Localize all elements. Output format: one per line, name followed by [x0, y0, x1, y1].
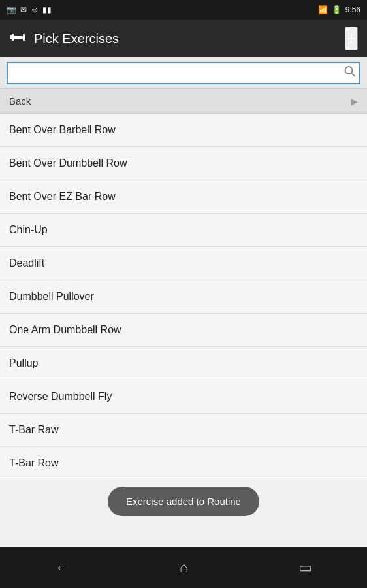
- svg-point-5: [345, 67, 353, 74]
- android-icon: ☺: [31, 5, 39, 14]
- status-time: 9:56: [345, 5, 360, 14]
- camera-icon: 📷: [7, 5, 16, 14]
- add-exercise-button[interactable]: +: [345, 27, 358, 50]
- list-item[interactable]: Deadlift: [0, 247, 367, 280]
- list-item[interactable]: Bent Over Dumbbell Row: [0, 147, 367, 180]
- dumbbell-icon: [9, 28, 27, 46]
- exercise-name: Dumbbell Pullover: [9, 291, 94, 302]
- status-bar: 📷 ✉ ☺ ▮▮ 📶 🔋 9:56: [0, 0, 367, 20]
- app-bar: Pick Exercises +: [0, 20, 367, 57]
- exercise-name: Bent Over Dumbbell Row: [9, 157, 127, 169]
- list-item[interactable]: Bent Over EZ Bar Row: [0, 180, 367, 214]
- list-item[interactable]: Chin-Up: [0, 214, 367, 247]
- app-bar-left: Pick Exercises: [9, 28, 119, 50]
- exercise-name: One Arm Dumbbell Row: [9, 324, 121, 335]
- search-input[interactable]: [7, 62, 360, 84]
- search-button[interactable]: [343, 65, 357, 81]
- exercise-list: Bent Over Barbell RowBent Over Dumbbell …: [0, 114, 367, 480]
- list-item[interactable]: Bent Over Barbell Row: [0, 114, 367, 147]
- exercise-name: T-Bar Row: [9, 457, 59, 468]
- list-item[interactable]: Reverse Dumbbell Fly: [0, 380, 367, 414]
- wifi-icon: 📶: [318, 5, 328, 14]
- list-item[interactable]: T-Bar Row: [0, 447, 367, 480]
- back-button[interactable]: ←: [42, 554, 82, 581]
- svg-rect-4: [23, 34, 25, 41]
- app-bar-actions: +: [345, 27, 358, 50]
- bottom-navigation: ← ⌂ ▭: [0, 547, 367, 588]
- home-button[interactable]: ⌂: [167, 554, 201, 581]
- exercise-name: Chin-Up: [9, 224, 48, 235]
- recents-button[interactable]: ▭: [285, 554, 325, 581]
- exercise-name: Deadlift: [9, 257, 44, 269]
- list-item[interactable]: T-Bar Raw: [0, 414, 367, 447]
- svg-line-6: [352, 73, 356, 77]
- status-icons-left: 📷 ✉ ☺ ▮▮: [7, 5, 52, 14]
- section-header-label: Back: [9, 95, 31, 106]
- exercise-name: Reverse Dumbbell Fly: [9, 391, 112, 402]
- battery-icon: 🔋: [332, 5, 342, 14]
- list-item[interactable]: Dumbbell Pullover: [0, 280, 367, 314]
- app-bar-title: Pick Exercises: [34, 31, 119, 46]
- signal-icon: ▮▮: [42, 5, 52, 14]
- list-item[interactable]: Pullup: [0, 347, 367, 380]
- status-right: 📶 🔋 9:56: [318, 5, 360, 14]
- toast-notification: Exercise added to Routine: [108, 487, 259, 516]
- list-item[interactable]: One Arm Dumbbell Row: [0, 314, 367, 347]
- section-header-arrow: ▶: [351, 96, 358, 106]
- toast-message: Exercise added to Routine: [126, 496, 241, 507]
- svg-rect-2: [14, 36, 23, 39]
- exercise-name: Bent Over EZ Bar Row: [9, 191, 116, 202]
- search-bar: [0, 57, 367, 89]
- exercise-name: T-Bar Raw: [9, 424, 59, 435]
- svg-rect-1: [12, 34, 14, 41]
- exercise-name: Pullup: [9, 357, 38, 368]
- back-nav-icon[interactable]: [9, 28, 27, 50]
- section-header-back[interactable]: Back ▶: [0, 89, 367, 114]
- exercise-name: Bent Over Barbell Row: [9, 124, 116, 135]
- search-icon: [343, 65, 357, 78]
- mail-icon: ✉: [20, 5, 27, 14]
